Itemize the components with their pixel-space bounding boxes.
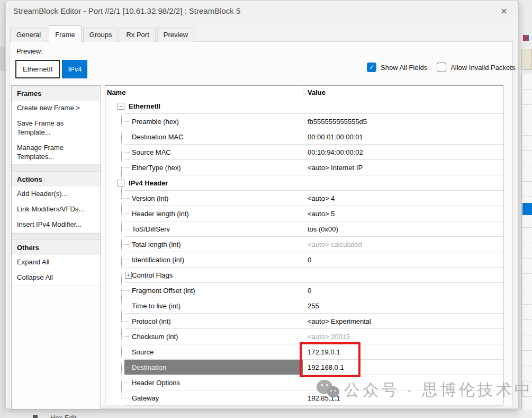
table-row-control-flags[interactable]: + Control Flags	[105, 268, 503, 283]
table-row-preamble[interactable]: Preamble (hex)fb555555555555d5	[105, 114, 503, 129]
sidebar-item-link-modifiers-vfds[interactable]: Link Modifiers/VFDs...	[12, 202, 101, 217]
hex-editor-label-fragment: Hex Edit	[50, 414, 76, 418]
streamblock-editor-dialog: StreamBlock Editor - Port //2/1 [10.61.3…	[5, 0, 519, 409]
show-all-fields-label: Show All Fields	[381, 64, 427, 72]
sidebar-header-actions: Actions	[12, 172, 101, 186]
table-row-total-length[interactable]: Total length (int)<auto> calculated	[105, 237, 503, 252]
table-row-identification[interactable]: Identification (int)0	[105, 252, 503, 268]
tab-rx-port[interactable]: Rx Port	[120, 28, 155, 42]
collapse-icon[interactable]: −	[118, 180, 124, 186]
tab-general[interactable]: General	[10, 28, 47, 42]
sidebar-section-actions: Actions Add Header(s)... Link Modifiers/…	[12, 172, 101, 233]
background-toolbar-fragment	[521, 49, 532, 70]
table-row-ethertype[interactable]: EtherType (hex)<auto> Internet IP	[105, 160, 503, 175]
hex-editor-checkbox-fragment	[33, 415, 38, 418]
window-title: StreamBlock Editor - Port //2/1 [10.61.3…	[13, 6, 240, 15]
sidebar-gap	[12, 165, 101, 172]
background-window-right-strip	[519, 0, 532, 418]
tab-groups[interactable]: Groups	[83, 28, 119, 42]
sidebar-item-insert-ipv4-modifier[interactable]: Insert IPv4 Modifier...	[12, 217, 101, 233]
table-row-tos-diffserv[interactable]: ToS/DiffServtos (0x00)	[105, 221, 503, 237]
table-row-fragment-offset[interactable]: Fragment Offset (int)0	[105, 283, 503, 298]
sidebar-item-manage-frame-templates[interactable]: Manage Frame Templates...	[12, 140, 101, 165]
sidebar-item-save-frame-as-template[interactable]: Save Frame as Template...	[12, 116, 101, 140]
preview-label: Preview:	[16, 47, 43, 55]
options-row: ✓ Show All Fields Allow Invalid Packets	[367, 63, 515, 72]
title-bar[interactable]: StreamBlock Editor - Port //2/1 [10.61.3…	[6, 1, 518, 21]
sidebar-item-collapse-all[interactable]: Collapse All	[12, 270, 101, 286]
background-window-left-block	[0, 47, 5, 71]
show-all-fields-checkbox[interactable]: ✓	[367, 63, 376, 72]
collapse-icon[interactable]: −	[118, 103, 124, 110]
sidebar-section-others: Others Expand All Collapse All	[12, 240, 101, 286]
ipv4-protocol-button[interactable]: IPv4	[62, 60, 87, 78]
sidebar-item-add-headers[interactable]: Add Header(s)...	[12, 186, 101, 202]
table-row-header-options[interactable]: Header Options	[105, 375, 503, 390]
frame-sidebar: Frames Create new Frame > Save Frame as …	[11, 85, 101, 410]
check-icon: ✓	[369, 64, 374, 71]
background-app-icon	[523, 35, 529, 41]
frame-fields-table: Name Value − EthernetII Preamble (hex)fb…	[105, 85, 503, 405]
table-row-header-length[interactable]: Header length (int)<auto> 5	[105, 206, 503, 221]
sidebar-header-frames: Frames	[12, 86, 101, 101]
table-row-checksum[interactable]: Checksum (int)<auto> 20015	[105, 329, 503, 344]
table-row-version[interactable]: Version (int)<auto> 4	[105, 191, 503, 206]
table-row-protocol[interactable]: Protocol (int)<auto> Experimental	[105, 314, 503, 329]
table-row-ethernetii[interactable]: − EthernetII	[105, 99, 503, 114]
background-selected-row-fragment	[522, 203, 532, 215]
tab-preview[interactable]: Preview	[157, 28, 194, 42]
table-row-gateway[interactable]: Gateway192.85.1.1	[105, 390, 503, 406]
column-header-name: Name	[105, 88, 303, 96]
sidebar-section-frames: Frames Create new Frame > Save Frame as …	[12, 86, 101, 165]
table-row-destination[interactable]: Destination192.168.0.1	[105, 360, 503, 375]
background-grid-fragment	[521, 74, 532, 410]
ethernetii-protocol-button[interactable]: EthernetII	[15, 60, 60, 78]
sidebar-gap	[12, 233, 101, 240]
table-row-destination-mac[interactable]: Destination MAC00:00:01:00:00:01	[105, 129, 503, 145]
allow-invalid-packets-checkbox[interactable]	[437, 63, 446, 72]
table-header: Name Value	[105, 86, 503, 99]
sidebar-item-create-new-frame[interactable]: Create new Frame >	[12, 101, 101, 116]
tab-strip: General Frame Groups Rx Port Preview	[10, 22, 196, 42]
table-row-source-mac[interactable]: Source MAC00:10:94:00:00:02	[105, 145, 503, 160]
allow-invalid-packets-label: Allow Invalid Packets	[450, 64, 515, 72]
sidebar-item-expand-all[interactable]: Expand All	[12, 255, 101, 270]
table-row-ipv4-header[interactable]: − IPv4 Header	[105, 175, 503, 191]
expand-icon[interactable]: +	[125, 272, 132, 279]
sidebar-header-others: Others	[12, 240, 101, 255]
tab-frame[interactable]: Frame	[49, 25, 82, 42]
table-row-time-to-live[interactable]: Time to live (int)255	[105, 298, 503, 314]
column-header-value: Value	[303, 88, 326, 96]
table-row-source[interactable]: Source172.19.0.1	[105, 344, 503, 360]
close-icon[interactable]: ✕	[497, 4, 511, 18]
protocol-button-row: EthernetII IPv4	[15, 60, 87, 78]
